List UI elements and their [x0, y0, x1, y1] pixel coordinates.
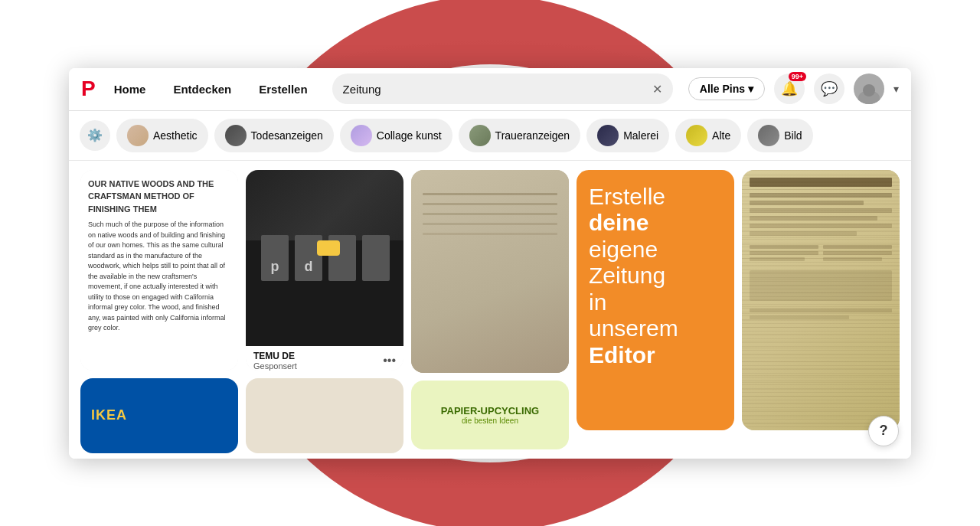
- pin-cta-deine: deine: [589, 210, 648, 235]
- chip-todesanzeigen-label: Todesanzeigen: [251, 129, 323, 142]
- papier-upcycling-label: PAPIER-UPCYCLING die besten Ideen: [441, 405, 539, 425]
- pin-old-newspaper-image: [742, 170, 900, 430]
- pin-card-article-content: OUR NATIVE WOODS AND THE CRAFTSMAN METHO…: [80, 170, 238, 371]
- filter-sliders-icon: ⚙️: [87, 128, 103, 142]
- pin-cta-eigene: eigene: [589, 237, 658, 262]
- chip-todesanzeigen-avatar: [225, 125, 247, 146]
- chip-aesthetic-label: Aesthetic: [153, 129, 198, 142]
- pin-column-4: Erstelle deine eigene Zeitung in unserem…: [573, 170, 738, 453]
- notifications-button[interactable]: 🔔 99+: [774, 74, 805, 104]
- chip-aesthetic-avatar: [127, 125, 149, 146]
- pin-cta-unserem: unserem: [589, 315, 678, 341]
- chip-traueranzeigen-avatar: [469, 125, 491, 146]
- help-button[interactable]: ?: [868, 416, 899, 446]
- chip-malerei[interactable]: Malerei: [586, 119, 669, 152]
- account-chevron-icon[interactable]: ▾: [893, 83, 899, 95]
- pin-cta-text: Erstelle deine eigene Zeitung in unserem…: [589, 184, 722, 369]
- chip-bild[interactable]: Bild: [747, 119, 812, 152]
- pin-card-article[interactable]: OUR NATIVE WOODS AND THE CRAFTSMAN METHO…: [80, 170, 238, 371]
- chip-traueranzeigen[interactable]: Traueranzeigen: [459, 119, 581, 152]
- chip-collage[interactable]: Collage kunst: [340, 119, 452, 152]
- pin-article-body: Such much of the purpose of the informat…: [88, 220, 230, 334]
- pin-card-temu-footer: TEMU DE Gesponsert •••: [246, 346, 403, 371]
- pinterest-logo[interactable]: P: [81, 77, 96, 101]
- pin-column-3: PAPIER-UPCYCLING die besten Ideen: [407, 170, 573, 453]
- pin-column-2: p d TEMU DE Gesponser: [242, 170, 407, 453]
- pin-card-collage[interactable]: [246, 378, 403, 452]
- pin-temu-name: TEMU DE: [253, 351, 297, 361]
- pin-cta-erstelle: Erstelle: [589, 184, 665, 209]
- pin-temu-sponsored: Gesponsert: [253, 361, 297, 371]
- pin-article-title: OUR NATIVE WOODS AND THE CRAFTSMAN METHO…: [88, 178, 230, 216]
- pin-card-temu-image: p d: [246, 170, 403, 346]
- pin-column-1: OUR NATIVE WOODS AND THE CRAFTSMAN METHO…: [77, 170, 242, 453]
- avatar[interactable]: [854, 74, 884, 104]
- pin-more-options-icon[interactable]: •••: [383, 354, 396, 368]
- ikea-logo: IKEA: [91, 407, 127, 423]
- nav-bar: P Home Entdecken Erstellen ✕ Alle Pins ▾…: [69, 68, 911, 111]
- pin-newspapers-image: [411, 170, 569, 373]
- chip-aesthetic[interactable]: Aesthetic: [116, 119, 208, 152]
- pin-cta-in: in: [589, 289, 606, 315]
- chip-malerei-avatar: [597, 125, 619, 146]
- search-bar: ✕: [332, 74, 673, 104]
- pin-card-temu[interactable]: p d TEMU DE Gesponser: [246, 170, 403, 371]
- chips-row: ⚙️ Aesthetic Todesanzeigen Collage kunst…: [69, 111, 911, 161]
- notification-badge: 99+: [789, 72, 806, 81]
- chip-alte-avatar: [686, 125, 707, 146]
- pin-cta-zeitung: Zeitung: [589, 263, 665, 288]
- alle-pins-button[interactable]: Alle Pins ▾: [688, 77, 765, 100]
- nav-entdecken[interactable]: Entdecken: [164, 77, 240, 102]
- messages-button[interactable]: 💬: [814, 74, 844, 104]
- chip-todesanzeigen[interactable]: Todesanzeigen: [214, 119, 334, 152]
- chip-bild-label: Bild: [784, 129, 802, 142]
- pin-card-old-newspaper[interactable]: [742, 170, 900, 430]
- pin-card-cta[interactable]: Erstelle deine eigene Zeitung in unserem…: [577, 170, 734, 430]
- chip-collage-avatar: [351, 125, 372, 146]
- toy-car-decoration: [317, 240, 340, 256]
- pin-cta-editor: Editor: [589, 342, 655, 368]
- filter-icon-button[interactable]: ⚙️: [80, 120, 110, 151]
- content-area: OUR NATIVE WOODS AND THE CRAFTSMAN METHO…: [69, 161, 911, 459]
- pin-temu-info: TEMU DE Gesponsert: [253, 351, 297, 371]
- chip-bild-avatar: [758, 125, 779, 146]
- pin-card-ikea[interactable]: IKEA: [80, 378, 238, 452]
- nav-erstellen[interactable]: Erstellen: [250, 77, 316, 102]
- pin-card-papier[interactable]: PAPIER-UPCYCLING die besten Ideen: [411, 381, 569, 449]
- chip-collage-label: Collage kunst: [377, 129, 442, 142]
- search-input[interactable]: [343, 83, 646, 96]
- browser-window: P Home Entdecken Erstellen ✕ Alle Pins ▾…: [69, 68, 911, 459]
- search-clear-icon[interactable]: ✕: [652, 82, 662, 96]
- chip-alte[interactable]: Alte: [675, 119, 741, 152]
- chip-alte-label: Alte: [712, 129, 730, 142]
- chip-traueranzeigen-label: Traueranzeigen: [495, 129, 570, 142]
- nav-home[interactable]: Home: [105, 77, 155, 102]
- chevron-down-icon: ▾: [748, 83, 753, 95]
- pin-card-newspapers[interactable]: [411, 170, 569, 373]
- alle-pins-label: Alle Pins: [700, 83, 745, 95]
- chip-malerei-label: Malerei: [623, 129, 658, 142]
- pin-column-5: [738, 170, 903, 453]
